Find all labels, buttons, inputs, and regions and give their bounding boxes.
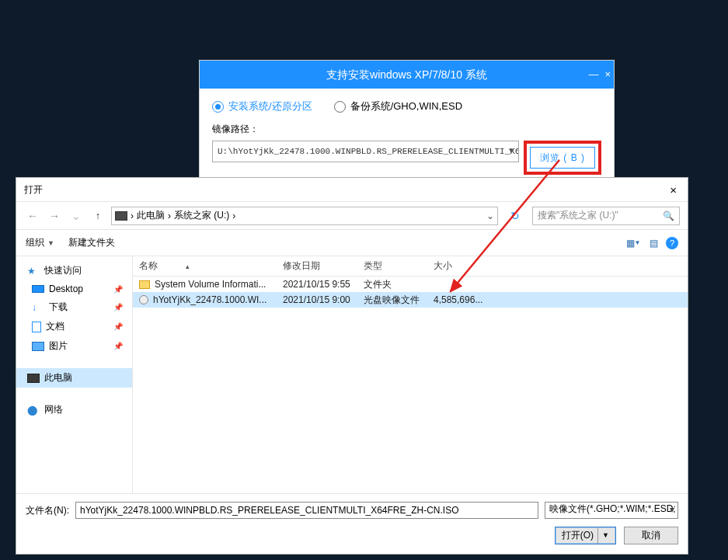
sidebar-item-label: 文档 (46, 320, 64, 333)
network-icon: ⬤ (27, 405, 40, 416)
sidebar-item-label: 此电脑 (44, 371, 72, 384)
open-navbar: ← → ⌄ ↑ › 此电脑 › 系统之家 (U:) › ⌄ ↻ 搜索"系统之家 … (16, 202, 688, 230)
organize-menu[interactable]: 组织 ▼ (26, 236, 54, 249)
col-header-type[interactable]: 类型 (357, 259, 427, 273)
image-path-value: U:\hYotYjKk_22478.1000.WINPBLD.RS_PREREL… (218, 147, 519, 156)
file-row[interactable]: hYotYjKk_22478.1000.WI...2021/10/15 9:00… (133, 292, 688, 308)
download-icon: ↓ (32, 302, 44, 313)
sidebar-item-label: Desktop (49, 283, 83, 294)
sidebar-item-network[interactable]: ⬤网络 (16, 400, 132, 419)
sidebar-item-label: 图片 (49, 339, 68, 353)
radio-checked-icon (212, 101, 224, 113)
image-path-input[interactable]: U:\hYotYjKk_22478.1000.WINPBLD.RS_PREREL… (212, 141, 519, 162)
browse-button[interactable]: 浏览 ( B ) (530, 147, 595, 169)
file-date: 2021/10/15 9:55 (277, 279, 357, 290)
disc-icon (139, 295, 148, 304)
chevron-down-icon[interactable]: ▼ (509, 141, 514, 162)
cancel-button[interactable]: 取消 (624, 527, 678, 544)
file-list: System Volume Informati...2021/10/15 9:5… (133, 277, 688, 308)
file-name: System Volume Informati... (155, 279, 266, 290)
installer-titlebar: 支持安装windows XP/7/8/10 系统 — × (200, 61, 614, 89)
minimize-icon[interactable]: — (588, 61, 598, 89)
breadcrumb[interactable]: › 此电脑 › 系统之家 (U:) › ⌄ (111, 207, 498, 225)
open-split-icon[interactable]: ▼ (597, 527, 609, 544)
sidebar-item-label: 下载 (49, 301, 68, 314)
nav-up-icon[interactable]: ↑ (89, 210, 106, 221)
nav-back-icon[interactable]: ← (24, 210, 41, 222)
open-dialog: 打开 × ← → ⌄ ↑ › 此电脑 › 系统之家 (U:) › ⌄ ↻ 搜索"… (16, 177, 688, 555)
filename-label: 文件名(N): (26, 504, 69, 517)
sidebar: ★快速访问Desktop📌↓下载📌文档📌图片📌此电脑⬤网络 (16, 256, 133, 493)
document-icon (32, 322, 41, 332)
open-button[interactable]: 打开(O) ▼ (555, 527, 616, 544)
file-type: 光盘映像文件 (357, 294, 427, 307)
file-row[interactable]: System Volume Informati...2021/10/15 9:5… (133, 277, 688, 292)
dropdown-icon[interactable]: ⌄ (486, 210, 494, 221)
browse-highlight: 浏览 ( B ) (524, 141, 601, 175)
search-placeholder: 搜索"系统之家 (U:)" (538, 209, 618, 222)
radio-install[interactable]: 安装系统/还原分区 (212, 99, 312, 113)
sidebar-item-doc[interactable]: 文档📌 (16, 317, 132, 336)
breadcrumb-drive[interactable]: 系统之家 (U:) (174, 209, 229, 222)
close-icon[interactable]: × (665, 183, 681, 197)
sidebar-item-desktop[interactable]: Desktop📌 (16, 280, 132, 297)
radio-install-label: 安装系统/还原分区 (228, 99, 312, 113)
file-size: 4,585,696... (427, 294, 489, 305)
refresh-icon[interactable]: ↻ (503, 210, 528, 222)
desktop-icon (32, 285, 44, 293)
open-dialog-bottom: 文件名(N): 映像文件(*.GHO;*.WIM;*.ESD; 打开(O) ▼ … (16, 493, 688, 554)
folder-icon (139, 280, 150, 289)
nav-recent-icon[interactable]: ⌄ (68, 210, 85, 222)
file-name: hYotYjKk_22478.1000.WI... (153, 294, 266, 305)
this-pc-icon (115, 211, 127, 221)
help-icon[interactable]: ? (666, 237, 678, 249)
col-header-size[interactable]: 大小 (427, 259, 489, 273)
search-input[interactable]: 搜索"系统之家 (U:)" 🔍 (532, 207, 680, 225)
sidebar-item-download[interactable]: ↓下载📌 (16, 297, 132, 317)
view-list-icon[interactable]: ▤ (646, 237, 661, 249)
sidebar-item-pic[interactable]: 图片📌 (16, 336, 132, 356)
star-icon: ★ (27, 266, 40, 277)
pin-icon: 📌 (113, 285, 123, 294)
sidebar-item-label: 快速访问 (44, 264, 82, 277)
sidebar-item-label: 网络 (44, 403, 63, 416)
sort-asc-icon: ▴ (186, 263, 190, 270)
file-header: 名称 ▴ 修改日期 类型 大小 (133, 256, 688, 277)
col-header-name[interactable]: 名称 ▴ (133, 259, 277, 273)
image-path-label: 镜像路径： (212, 123, 601, 136)
breadcrumb-pc[interactable]: 此电脑 (137, 209, 165, 222)
pin-icon: 📌 (113, 342, 123, 350)
col-header-date[interactable]: 修改日期 (277, 259, 357, 273)
open-toolbar: 组织 ▼ 新建文件夹 ▦ ▼ ▤ ? (16, 230, 688, 256)
installer-title: 支持安装windows XP/7/8/10 系统 (326, 68, 487, 81)
radio-unchecked-icon (334, 101, 346, 113)
pin-icon: 📌 (113, 303, 123, 311)
open-dialog-titlebar: 打开 × (16, 178, 688, 202)
filetype-select[interactable]: 映像文件(*.GHO;*.WIM;*.ESD; (545, 502, 678, 519)
open-dialog-title: 打开 (24, 183, 665, 197)
new-folder-button[interactable]: 新建文件夹 (68, 236, 115, 249)
nav-forward-icon[interactable]: → (46, 210, 63, 222)
pin-icon: 📌 (113, 322, 123, 331)
search-icon: 🔍 (663, 210, 674, 221)
file-date: 2021/10/15 9:00 (277, 294, 357, 305)
sidebar-item-thispc[interactable]: 此电脑 (16, 368, 132, 388)
sidebar-item-star[interactable]: ★快速访问 (16, 261, 132, 280)
this-pc-icon (27, 374, 40, 383)
picture-icon (32, 342, 44, 351)
view-large-icon[interactable]: ▦ ▼ (625, 237, 641, 249)
radio-backup[interactable]: 备份系统/GHO,WIN,ESD (334, 99, 462, 113)
filename-input[interactable] (75, 502, 538, 519)
filetype-value: 映像文件(*.GHO;*.WIM;*.ESD; (549, 503, 676, 514)
file-type: 文件夹 (357, 278, 427, 291)
close-icon[interactable]: × (604, 61, 611, 89)
radio-backup-label: 备份系统/GHO,WIN,ESD (350, 99, 462, 113)
